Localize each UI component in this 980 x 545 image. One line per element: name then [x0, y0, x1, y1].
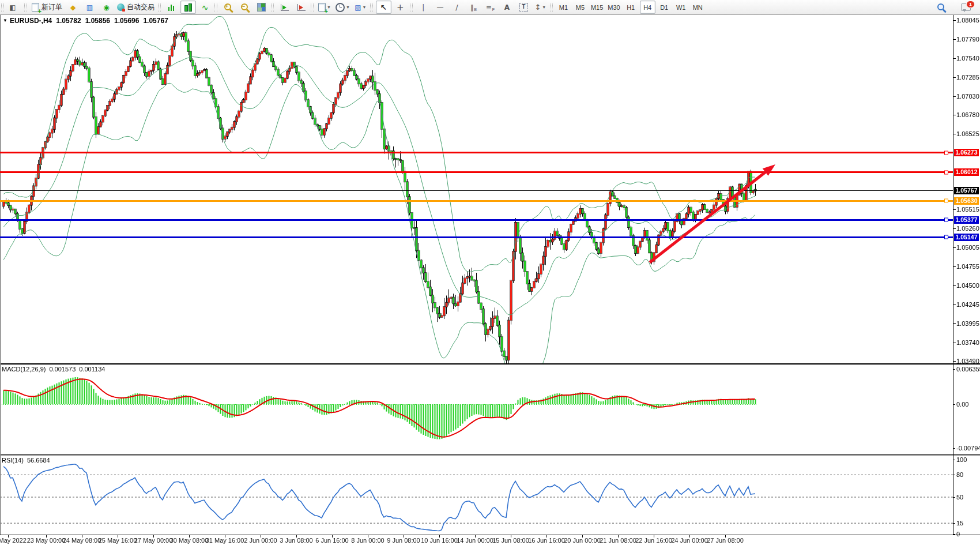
- zoom-in-icon: +: [224, 3, 233, 12]
- search-button[interactable]: [933, 1, 949, 14]
- line-chart-button[interactable]: ∿: [197, 1, 213, 14]
- timeframe-h4-button[interactable]: H4: [640, 1, 655, 14]
- cursor-tool-button[interactable]: ↖: [376, 1, 391, 14]
- gold-icon: ◆: [70, 3, 76, 12]
- periods-button[interactable]: ▼: [334, 1, 352, 14]
- timeframe-m1-button-label: M1: [559, 4, 568, 11]
- rsi-axis-tick: 80: [956, 471, 963, 478]
- autotrading-button[interactable]: 自动交易: [115, 1, 156, 14]
- timeframe-d1-button[interactable]: D1: [657, 1, 672, 14]
- trendline-tool-button[interactable]: /: [449, 1, 465, 14]
- timeframe-m30-button-label: M30: [608, 4, 620, 11]
- toolbar-grip: [550, 3, 553, 12]
- templates-button[interactable]: ▧▼: [353, 1, 368, 14]
- chart-symbol: EURUSD-,H4: [10, 17, 52, 25]
- bar-chart-icon: [168, 3, 175, 11]
- price-axis-tick: 1.03995: [956, 320, 979, 327]
- time-axis-label: 19 May 2022: [0, 537, 27, 544]
- equidistant-channel-icon: ∥E: [470, 3, 477, 12]
- toolbar-grip: [158, 3, 161, 12]
- timeframe-h1-button-label: H1: [627, 4, 635, 11]
- zoom-in-button[interactable]: +: [220, 1, 236, 14]
- support-line-blue-2-label: 1.05147: [954, 234, 979, 241]
- clipped-toolbar-button[interactable]: ◧: [7, 1, 22, 14]
- macd-signal-value: 0.001134: [79, 366, 105, 373]
- timeframe-mn-button[interactable]: MN: [690, 1, 706, 14]
- price-axis-tick: 1.07030: [956, 93, 979, 100]
- time-axis-label: 21 Jun 08:00: [600, 537, 636, 544]
- time-axis-label: 23 May 00:00: [27, 537, 66, 544]
- chart-title: ▼EURUSD-,H41.057821.058561.056961.05767: [3, 17, 168, 25]
- scroll-group: [270, 0, 310, 14]
- mt4-window: ◧+新订单◆▥◉自动交易∿+−+▼▼▧▼↖+|—/∥E≡FAT↕▼M1M5M15…: [0, 0, 980, 545]
- autotrading-button-label: 自动交易: [127, 2, 154, 12]
- new-order-button[interactable]: +新订单: [30, 1, 64, 14]
- arrows-icon: ↕: [534, 3, 541, 12]
- vertical-line-tool-button[interactable]: |: [416, 1, 431, 14]
- price-axis-tick: 1.05260: [956, 225, 979, 232]
- time-axis-label: 22 Jun 16:00: [635, 537, 672, 544]
- timeframe-h4-button-label: H4: [643, 4, 651, 11]
- support-line-orange[interactable]: [0, 200, 953, 202]
- gold-button[interactable]: ◆: [65, 1, 81, 14]
- bar-chart-button[interactable]: [164, 1, 179, 14]
- crosshair-tool-button[interactable]: +: [393, 1, 408, 14]
- price-axis-tick: 1.07540: [956, 55, 979, 62]
- notification-badge: 1: [966, 1, 975, 8]
- zoom-out-icon: −: [240, 3, 250, 12]
- dropdown-caret-icon: ▼: [542, 5, 546, 9]
- crosshair-icon: +: [397, 3, 404, 12]
- horizontal-line-tool-button[interactable]: —: [432, 1, 448, 14]
- support-line-blue-1[interactable]: [0, 219, 953, 221]
- market-watch-button[interactable]: ▥: [82, 1, 97, 14]
- price-axis-tick: 1.03740: [956, 339, 979, 346]
- candlestick-button[interactable]: [180, 1, 196, 14]
- price-axis-tick: 1.06525: [956, 130, 979, 137]
- indicators-icon: +: [318, 3, 326, 12]
- support-line-blue-2[interactable]: [0, 236, 953, 238]
- resistance-line-2[interactable]: [0, 171, 953, 173]
- zoom-out-button[interactable]: −: [237, 1, 252, 14]
- time-axis-label: 27 Jun 08:00: [707, 537, 744, 544]
- rsi-indicator-label: RSI(14)56.6684: [2, 457, 54, 464]
- equidistant-channel-tool-button[interactable]: ∥E: [466, 1, 481, 14]
- timeframe-m5-button[interactable]: M5: [572, 1, 588, 14]
- pointer-group: ↖+: [369, 0, 409, 14]
- text-label-tool-button[interactable]: T: [516, 1, 532, 14]
- timeframe-h1-button[interactable]: H1: [623, 1, 639, 14]
- indicators-button[interactable]: +▼: [316, 1, 333, 14]
- price-chart-canvas[interactable]: [0, 0, 980, 545]
- macd-axis-tick: -0.007949: [956, 445, 980, 452]
- timeframe-w1-button[interactable]: W1: [673, 1, 689, 14]
- timeframe-m1-button[interactable]: M1: [556, 1, 571, 14]
- price-axis-tick: 1.04500: [956, 282, 979, 289]
- text-tool-button[interactable]: A: [499, 1, 515, 14]
- time-axis-label: 25 May 16:00: [99, 537, 137, 544]
- fibonacci-icon: ≡F: [486, 3, 495, 12]
- timeframe-m15-button[interactable]: M15: [589, 1, 605, 14]
- toolbar-grip: [271, 3, 274, 12]
- tile-windows-button[interactable]: [254, 1, 269, 14]
- chart-shift-button[interactable]: [293, 1, 309, 14]
- draw-group: |—/∥E≡FAT↕▼: [409, 0, 549, 14]
- time-axis-label: 9 Jun 08:00: [387, 537, 420, 544]
- price-axis-tick: 1.04245: [956, 301, 979, 308]
- auto-scroll-button[interactable]: [277, 1, 292, 14]
- timeframe-m30-button[interactable]: M30: [606, 1, 621, 14]
- price-axis-tick: 1.05005: [956, 244, 979, 251]
- resistance-line-1[interactable]: [0, 152, 953, 153]
- signals-button[interactable]: ◉: [99, 1, 114, 14]
- rsi-title: RSI(14): [2, 457, 24, 464]
- time-axis-label: 31 May 16:00: [206, 537, 244, 544]
- current-price-line[interactable]: [0, 190, 953, 191]
- line-chart-icon: ∿: [202, 3, 209, 12]
- signals-icon: ◉: [103, 3, 109, 12]
- time-axis-label: 10 Jun 16:00: [421, 537, 458, 544]
- time-axis-label: 24 Jun 00:00: [671, 537, 708, 544]
- symbol-dropdown-icon[interactable]: ▼: [3, 18, 7, 23]
- rsi-value: 56.6684: [27, 457, 50, 464]
- arrows-tool-button[interactable]: ↕▼: [533, 1, 548, 14]
- notifications-button[interactable]: 1: [958, 1, 974, 14]
- line-end-marker: [944, 218, 948, 222]
- fibonacci-tool-button[interactable]: ≡F: [483, 1, 498, 14]
